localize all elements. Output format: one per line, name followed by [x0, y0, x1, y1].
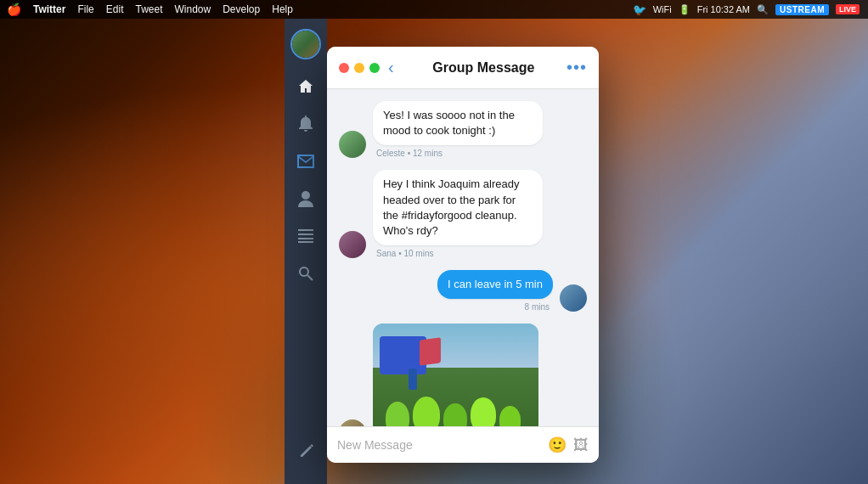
- menubar-edit[interactable]: Edit: [106, 3, 124, 15]
- svg-rect-3: [298, 238, 313, 239]
- avatar-celeste: [339, 131, 366, 158]
- sidebar-item-messages[interactable]: [290, 146, 321, 177]
- window-titlebar: ‹ Group Message •••: [327, 47, 599, 89]
- window-title: Group Message: [401, 60, 566, 76]
- message-meta: Sana • 10 mins: [373, 249, 543, 258]
- menubar-develop[interactable]: Develop: [223, 3, 260, 15]
- emoji-icon[interactable]: 🙂: [548, 436, 566, 454]
- sidebar-item-search[interactable]: [290, 258, 321, 289]
- clock: Fri 10:32 AM: [697, 4, 750, 14]
- message-content: Hey I think Joaquim already headed over …: [373, 170, 543, 258]
- window-controls: [339, 63, 380, 73]
- more-options-button[interactable]: •••: [566, 58, 587, 77]
- menubar-left: 🍎 Twitter File Edit Tweet Window Develop…: [0, 3, 293, 16]
- message-bubble: Hey I think Joaquim already headed over …: [373, 170, 543, 245]
- message-meta: Celeste • 12 mins: [373, 149, 543, 158]
- user-avatar[interactable]: [290, 29, 321, 59]
- sidebar-bottom: [290, 436, 321, 467]
- menubar-file[interactable]: File: [77, 3, 93, 15]
- svg-point-5: [300, 267, 308, 276]
- avatar-me: [560, 284, 587, 312]
- message-input[interactable]: [337, 438, 541, 452]
- battery-icon: 🔋: [679, 4, 690, 15]
- sidebar-item-notifications[interactable]: [290, 109, 321, 139]
- message-image: [373, 324, 538, 426]
- message-row-image: Joaquim • 4 mins: [339, 324, 587, 426]
- message-content-sent: I can leave in 5 min 8 mins: [437, 270, 553, 312]
- window-close-button[interactable]: [339, 63, 349, 73]
- menubar-right: 🐦 WiFi 🔋 Fri 10:32 AM 🔍 USTREAM LIVE: [633, 3, 868, 16]
- svg-line-6: [307, 275, 313, 280]
- sidebar: [285, 19, 327, 484]
- message-bubble-sent: I can leave in 5 min: [437, 270, 553, 299]
- avatar-sana: [339, 231, 366, 258]
- back-button[interactable]: ‹: [388, 58, 394, 77]
- apple-icon[interactable]: 🍎: [7, 3, 21, 16]
- messages-area[interactable]: Yes! I was soooo not in the mood to cook…: [327, 89, 599, 426]
- svg-rect-1: [298, 229, 313, 231]
- search-icon[interactable]: 🔍: [757, 4, 769, 15]
- message-content-image: Joaquim • 4 mins: [373, 324, 538, 426]
- svg-rect-2: [298, 234, 313, 235]
- avatar-joaquim: [339, 419, 366, 426]
- window-minimize-button[interactable]: [354, 63, 364, 73]
- message-bubble: Yes! I was soooo not in the mood to cook…: [373, 101, 543, 145]
- twitter-bird-icon: 🐦: [633, 3, 646, 16]
- svg-point-0: [302, 191, 310, 200]
- menubar-app[interactable]: Twitter: [33, 3, 65, 15]
- sidebar-item-home[interactable]: [290, 71, 321, 102]
- menubar-help[interactable]: Help: [272, 3, 293, 15]
- window-fullscreen-button[interactable]: [369, 63, 380, 73]
- ustream-badge: USTREAM: [775, 4, 829, 15]
- message-row-sent: I can leave in 5 min 8 mins: [339, 270, 587, 312]
- compose-button[interactable]: [290, 436, 321, 467]
- wifi-icon: WiFi: [653, 4, 672, 14]
- chat-window: ‹ Group Message ••• Yes! I was soooo not…: [327, 47, 599, 463]
- message-meta-sent: 8 mins: [521, 302, 553, 312]
- message-row: Yes! I was soooo not in the mood to cook…: [339, 101, 587, 158]
- sidebar-item-profile[interactable]: [290, 183, 321, 214]
- menubar: 🍎 Twitter File Edit Tweet Window Develop…: [0, 0, 868, 19]
- input-area: 🙂 🖼: [327, 426, 599, 463]
- svg-rect-4: [298, 241, 313, 243]
- sidebar-item-lists[interactable]: [290, 221, 321, 251]
- avatar-image: [292, 31, 319, 58]
- image-icon[interactable]: 🖼: [573, 436, 589, 454]
- menubar-tweet[interactable]: Tweet: [135, 3, 162, 15]
- menubar-window[interactable]: Window: [175, 3, 211, 15]
- message-row: Hey I think Joaquim already headed over …: [339, 170, 587, 258]
- live-badge: LIVE: [836, 4, 860, 14]
- message-content: Yes! I was soooo not in the mood to cook…: [373, 101, 543, 158]
